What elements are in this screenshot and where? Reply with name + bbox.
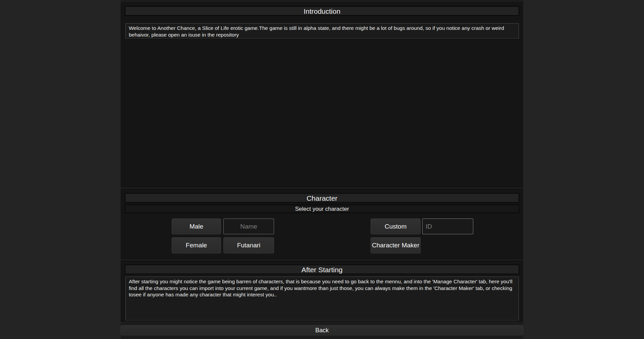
back-button[interactable]: Back (121, 325, 523, 335)
id-input[interactable] (422, 219, 473, 234)
character-panel: Character Select your character Male Cus… (121, 189, 523, 259)
introduction-header: Introduction (125, 6, 519, 16)
character-header: Character (125, 193, 519, 203)
after-starting-text: After starting you might notice the game… (125, 277, 519, 321)
introduction-text: Welcome to Another Chance, a Slice of Li… (125, 23, 519, 39)
menu-column: Introduction Welcome to Another Chance, … (121, 0, 523, 339)
futanari-button[interactable]: Futanari (223, 237, 274, 253)
custom-button[interactable]: Custom (371, 219, 421, 234)
after-starting-panel: After Starting After starting you might … (121, 261, 523, 321)
name-input[interactable] (223, 219, 274, 234)
select-character-subheader: Select your character (125, 204, 519, 213)
introduction-panel: Introduction Welcome to Another Chance, … (121, 2, 523, 187)
after-starting-header: After Starting (125, 264, 519, 274)
male-button[interactable]: Male (172, 219, 221, 234)
female-button[interactable]: Female (172, 237, 221, 253)
character-maker-button[interactable]: Character Maker (371, 237, 421, 253)
